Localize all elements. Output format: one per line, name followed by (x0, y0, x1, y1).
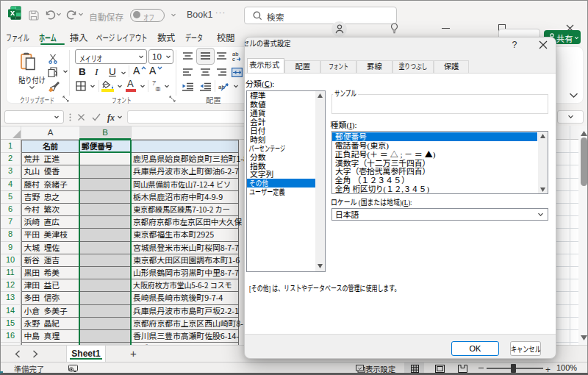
svg-text:c: c (232, 56, 235, 61)
